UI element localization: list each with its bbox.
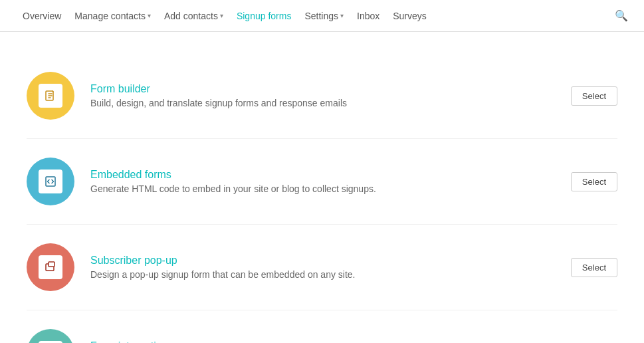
card-title-embedded-forms: Embedded forms [90, 169, 571, 181]
arrow-left-icon-circle [27, 329, 74, 343]
nav-item-add-contacts[interactable]: Add contacts▾ [158, 0, 230, 31]
popup-icon-circle [27, 243, 74, 291]
select-button-form-builder[interactable]: Select [571, 86, 617, 106]
card-row-form-integrations: Form integrationsCreate signup forms usi… [27, 310, 617, 343]
pencil-icon-circle [27, 72, 74, 120]
chevron-down-icon: ▾ [148, 12, 151, 19]
card-text-form-builder: Form builderBuild, design, and translate… [90, 83, 571, 108]
chevron-down-icon: ▾ [220, 12, 223, 19]
main-nav: OverviewManage contacts▾Add contacts▾Sig… [0, 0, 644, 32]
card-text-form-integrations: Form integrationsCreate signup forms usi… [90, 340, 571, 343]
nav-item-overview[interactable]: Overview [16, 0, 68, 31]
card-desc-embedded-forms: Generate HTML code to embed in your site… [90, 183, 571, 194]
nav-item-signup-forms[interactable]: Signup forms [230, 0, 298, 31]
select-button-subscriber-popup[interactable]: Select [571, 258, 617, 277]
nav-item-inbox[interactable]: Inbox [350, 0, 386, 31]
card-row-embedded-forms: Embedded formsGenerate HTML code to embe… [27, 139, 617, 225]
nav-item-settings[interactable]: Settings▾ [298, 0, 350, 31]
card-row-subscriber-popup: Subscriber pop-upDesign a pop-up signup … [27, 225, 617, 310]
card-title-subscriber-popup: Subscriber pop-up [90, 255, 571, 267]
card-row-form-builder: Form builderBuild, design, and translate… [27, 53, 617, 139]
card-title-form-integrations: Form integrations [90, 340, 571, 343]
main-content: Form builderBuild, design, and translate… [0, 32, 644, 343]
code-icon-circle [27, 158, 74, 205]
card-desc-subscriber-popup: Design a pop-up signup form that can be … [90, 269, 571, 280]
popup-icon [39, 255, 62, 279]
svg-rect-3 [49, 262, 54, 267]
code-icon [39, 170, 62, 193]
nav-item-surveys[interactable]: Surveys [386, 0, 433, 31]
search-icon[interactable]: 🔍 [615, 9, 628, 22]
chevron-down-icon: ▾ [340, 12, 344, 19]
select-button-embedded-forms[interactable]: Select [571, 172, 617, 191]
nav-item-manage-contacts[interactable]: Manage contacts▾ [68, 0, 158, 31]
card-text-embedded-forms: Embedded formsGenerate HTML code to embe… [90, 169, 571, 194]
card-text-subscriber-popup: Subscriber pop-upDesign a pop-up signup … [90, 255, 571, 280]
card-title-form-builder: Form builder [90, 83, 571, 95]
card-desc-form-builder: Build, design, and translate signup form… [90, 98, 571, 108]
pencil-icon [39, 84, 62, 108]
